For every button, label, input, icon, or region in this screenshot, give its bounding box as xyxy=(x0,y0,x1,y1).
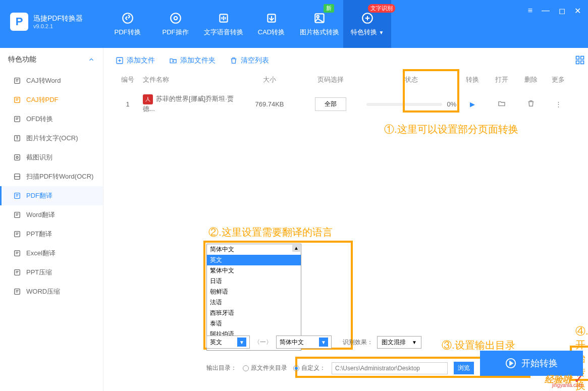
sidebar-header[interactable]: 特色功能 xyxy=(0,48,103,71)
page-select-button[interactable]: 全部 xyxy=(315,97,346,111)
voice-icon xyxy=(217,12,230,25)
sidebar-item-caj-word[interactable]: CAJ转Word xyxy=(0,71,103,90)
nav-tab-special[interactable]: 文字识别 特色转换▼ xyxy=(343,0,391,48)
ocr-badge: 文字识别 xyxy=(368,4,395,13)
chevron-down-icon: ▼ xyxy=(237,338,246,347)
lang-item[interactable]: 泰语 xyxy=(207,318,301,329)
app-name: 迅捷PDF转换器 xyxy=(33,14,83,23)
col-delete: 删除 xyxy=(516,75,546,84)
annotation-2: ②.这里设置需要翻译的语言 xyxy=(208,226,333,239)
start-convert-button[interactable]: 开始转换 xyxy=(480,351,583,376)
app-header: P 迅捷PDF转换器 v9.0.2.1 PDF转换 PDF操作 文字语音转换 C… xyxy=(0,0,588,48)
svg-point-6 xyxy=(316,15,318,17)
add-file-button[interactable]: 添加文件 xyxy=(116,56,155,65)
row-name: 人苏菲的世界[挪威]乔斯坦·贾德... xyxy=(143,94,243,114)
menu-icon[interactable]: ≡ xyxy=(528,6,532,16)
lang-item[interactable]: 日语 xyxy=(207,276,301,287)
cad-icon xyxy=(265,12,278,25)
nav-tab-pdf-operate[interactable]: PDF操作 xyxy=(151,0,199,48)
sidebar-item-word-compress[interactable]: WORD压缩 xyxy=(0,282,103,301)
sidebar-item-ofd[interactable]: OFD转换 xyxy=(0,109,103,129)
svg-point-2 xyxy=(171,13,181,23)
svg-rect-23 xyxy=(581,57,584,60)
sidebar-item-pdf-translate[interactable]: PDF翻译 xyxy=(0,186,103,205)
output-radio-custom[interactable]: 自定义： xyxy=(293,364,326,372)
sidebar-item-ocr[interactable]: 图片转文字(OCR) xyxy=(0,129,103,148)
sidebar-item-ppt-translate[interactable]: PPT翻译 xyxy=(0,225,103,244)
toolbar: 添加文件 添加文件夹 清空列表 xyxy=(113,53,579,71)
nav-tabs: PDF转换 PDF操作 文字语音转换 CAD转换 新 图片格式转换 文字识别 xyxy=(103,0,391,48)
app-version: v9.0.2.1 xyxy=(33,23,83,29)
maximize-icon[interactable]: ◻ xyxy=(559,6,565,16)
sidebar-item-ppt-compress[interactable]: PPT压缩 xyxy=(0,263,103,282)
delete-button[interactable] xyxy=(516,99,546,109)
special-icon xyxy=(361,12,374,25)
open-button[interactable] xyxy=(487,99,516,109)
scroll-up-icon[interactable]: ▲ xyxy=(292,245,300,252)
nav-tab-image[interactable]: 新 图片格式转换 xyxy=(295,0,343,48)
lang-item[interactable]: 西班牙语 xyxy=(207,308,301,318)
annotation-3: ③.设置输出目录 xyxy=(442,339,515,352)
lang-item[interactable]: 朝鲜语 xyxy=(207,287,301,297)
row-num: 1 xyxy=(113,100,143,108)
more-button[interactable]: ⋮ xyxy=(546,100,571,108)
swap-icon[interactable]: 〈一〉 xyxy=(254,338,272,347)
lang-item[interactable]: 简体中文 xyxy=(207,244,301,255)
grid-view-button[interactable] xyxy=(575,55,585,67)
svg-point-1 xyxy=(174,16,177,20)
row-page: 全部 xyxy=(296,97,365,111)
nav-tab-text-voice[interactable]: 文字语音转换 xyxy=(199,0,247,48)
sidebar-item-screenshot[interactable]: 截图识别 xyxy=(0,148,103,167)
grid-icon xyxy=(575,55,585,65)
new-badge: 新 xyxy=(324,4,334,13)
language-controls: 英文 ▼ 〈一〉 简体中文 ▼ 识别效果： 图文混排 ▼ xyxy=(206,336,421,349)
col-more: 更多 xyxy=(546,75,571,84)
sidebar-item-scan-pdf[interactable]: 扫描PDF转Word(OCR) xyxy=(0,167,103,186)
browse-button[interactable]: 浏览 xyxy=(454,362,474,374)
logo-block: P 迅捷PDF转换器 v9.0.2.1 xyxy=(0,0,103,31)
recog-dropdown[interactable]: 图文混排 ▼ xyxy=(377,336,421,349)
table-header: 编号 文件名称 大小 页码选择 状态 转换 打开 删除 更多 xyxy=(113,71,579,88)
folder-icon xyxy=(498,99,506,107)
row-status: 0% xyxy=(365,100,458,108)
output-path-input[interactable] xyxy=(332,362,448,374)
close-icon[interactable]: ✕ xyxy=(574,6,581,16)
source-lang-dropdown[interactable]: 英文 ▼ xyxy=(206,336,250,349)
watermark: 经验啦 ✓ jingyanla.com xyxy=(545,373,583,386)
col-num: 编号 xyxy=(113,75,143,84)
row-size: 769.74KB xyxy=(243,100,296,108)
image-icon xyxy=(313,12,326,25)
window-controls: ≡ — ◻ ✕ xyxy=(528,6,581,16)
clear-list-button[interactable]: 清空列表 xyxy=(230,56,269,65)
target-lang-dropdown[interactable]: 简体中文 ▼ xyxy=(276,336,332,349)
trash-icon xyxy=(527,99,535,107)
chevron-down-icon: ▼ xyxy=(319,338,328,347)
convert-button[interactable]: ▶ xyxy=(458,100,487,108)
sidebar-item-word-translate[interactable]: Word翻译 xyxy=(0,205,103,225)
svg-point-0 xyxy=(123,13,133,23)
lang-item-selected[interactable]: 英文 xyxy=(207,255,301,265)
table-row: 1 人苏菲的世界[挪威]乔斯坦·贾德... 769.74KB 全部 0% ▶ xyxy=(113,88,579,120)
sidebar: 特色功能 CAJ转Word CAJ转PDF OFD转换 图片转文字(OCR) 截… xyxy=(0,48,103,391)
col-status: 状态 xyxy=(365,75,458,84)
output-radio-original[interactable]: 原文件夹目录 xyxy=(243,364,287,372)
sidebar-item-caj-pdf[interactable]: CAJ转PDF xyxy=(0,90,103,109)
col-name: 文件名称 xyxy=(143,75,243,84)
nav-tab-pdf-convert[interactable]: PDF转换 xyxy=(103,0,151,48)
add-folder-button[interactable]: 添加文件夹 xyxy=(169,56,216,65)
col-open: 打开 xyxy=(487,75,516,84)
minimize-icon[interactable]: — xyxy=(542,6,550,16)
folder-plus-icon xyxy=(169,57,177,65)
lang-item[interactable]: 法语 xyxy=(207,297,301,308)
svg-rect-24 xyxy=(576,61,579,64)
plus-icon xyxy=(116,57,124,65)
nav-tab-cad[interactable]: CAD转换 xyxy=(247,0,295,48)
svg-rect-12 xyxy=(15,155,20,160)
language-listbox[interactable]: ▲ 简体中文 英文 繁体中文 日语 朝鲜语 法语 西班牙语 泰语 阿拉伯语 俄语 xyxy=(206,244,301,351)
lang-item[interactable]: 繁体中文 xyxy=(207,265,301,276)
play-circle-icon xyxy=(505,358,516,369)
convert-icon xyxy=(121,12,134,25)
output-controls: 输出目录： 原文件夹目录 自定义： 浏览 打开文件目录 xyxy=(206,362,524,374)
svg-rect-22 xyxy=(576,57,579,60)
sidebar-item-excel-translate[interactable]: Excel翻译 xyxy=(0,244,103,263)
